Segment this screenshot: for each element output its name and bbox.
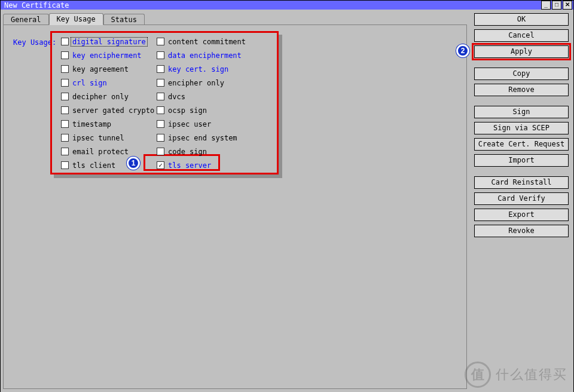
sign-via-scep-button[interactable]: Sign via SCEP: [474, 122, 569, 134]
row-server-gated-crypto: server gated crypto ocsp sign: [61, 103, 276, 117]
create-cert-request-button[interactable]: Create Cert. Request: [474, 138, 569, 151]
key-usage-label: Key Usage:: [13, 38, 56, 47]
label-code-sign: code sign: [168, 148, 207, 156]
row-decipher-only: decipher only dvcs: [61, 90, 276, 103]
label-ocsp-sign: ocsp sign: [168, 106, 207, 115]
window-root: New Certificate _ □ ✕ General Key Usage …: [0, 0, 574, 392]
tab-key-usage[interactable]: Key Usage: [49, 13, 103, 25]
checkbox-decipher-only[interactable]: [61, 93, 69, 100]
card-verify-button[interactable]: Card Verify: [474, 192, 569, 205]
tab-content: Key Usage: 1 digital signature: [3, 24, 467, 389]
checkbox-key-agreement[interactable]: [61, 65, 69, 73]
titlebar: New Certificate _ □ ✕: [1, 1, 573, 10]
window-controls: _ □ ✕: [541, 1, 572, 10]
main-panel: General Key Usage Status Key Usage: 1: [1, 10, 471, 392]
label-ipsec-tunnel: ipsec tunnel: [72, 134, 124, 142]
checkbox-email-protect[interactable]: [61, 148, 69, 155]
row-crl-sign: crl sign encipher only: [61, 76, 276, 90]
row-tls-client: tls client tls server: [61, 158, 276, 172]
row-email-protect: email protect code sign: [61, 145, 276, 158]
minimize-icon[interactable]: _: [541, 1, 551, 10]
checkbox-dvcs[interactable]: [157, 93, 164, 100]
label-decipher-only: decipher only: [72, 93, 129, 101]
checkbox-crl-sign[interactable]: [61, 79, 69, 87]
label-data-encipherment: data encipherment: [168, 51, 242, 60]
checkbox-grid: digital signature content commitment key…: [61, 35, 276, 172]
label-server-gated-crypto: server gated crypto: [72, 106, 154, 115]
label-crl-sign: crl sign: [72, 79, 107, 87]
cancel-button[interactable]: Cancel: [474, 29, 569, 42]
checkbox-code-sign[interactable]: [157, 148, 164, 155]
checkbox-key-cert-sign[interactable]: [157, 65, 164, 73]
copy-button[interactable]: Copy: [474, 68, 569, 80]
checkbox-content-commitment[interactable]: [157, 38, 164, 45]
checkbox-server-gated-crypto[interactable]: [61, 106, 69, 114]
row-key-encipherment: key encipherment data encipherment: [61, 48, 276, 62]
import-button[interactable]: Import: [474, 154, 569, 167]
revoke-button[interactable]: Revoke: [474, 225, 569, 237]
label-key-encipherment: key encipherment: [72, 51, 142, 60]
checkbox-key-encipherment[interactable]: [61, 51, 69, 59]
checkbox-ipsec-user[interactable]: [157, 120, 164, 128]
tabs-row: General Key Usage Status: [3, 13, 467, 25]
label-email-protect: email protect: [72, 148, 129, 156]
checkbox-tls-client[interactable]: [61, 161, 69, 169]
apply-button-wrap: Apply 2: [474, 45, 569, 58]
ok-button[interactable]: OK: [474, 13, 569, 26]
checkbox-ipsec-end-system[interactable]: [157, 134, 164, 142]
label-content-commitment: content commitment: [168, 38, 246, 46]
row-key-agreement: key agreement key cert. sign: [61, 62, 276, 76]
label-digital-signature: digital signature: [71, 37, 148, 47]
callout-2: 2: [456, 44, 469, 57]
export-button[interactable]: Export: [474, 209, 569, 221]
label-dvcs: dvcs: [168, 93, 185, 101]
button-column: OK Cancel Apply 2 Copy Remove Sign Sign …: [471, 10, 573, 392]
label-ipsec-end-system: ipsec end system: [168, 134, 237, 142]
label-tls-client: tls client: [72, 161, 115, 170]
checkbox-data-encipherment[interactable]: [157, 51, 164, 59]
checkbox-encipher-only[interactable]: [157, 79, 164, 87]
row-timestamp: timestamp ipsec user: [61, 117, 276, 131]
spacer: [474, 100, 569, 102]
body-area: General Key Usage Status Key Usage: 1: [1, 10, 573, 392]
checkbox-timestamp[interactable]: [61, 120, 69, 128]
row-ipsec-tunnel: ipsec tunnel ipsec end system: [61, 131, 276, 145]
spacer: [474, 62, 569, 64]
window-title: New Certificate: [2, 1, 69, 10]
card-reinstall-button[interactable]: Card Reinstall: [474, 176, 569, 189]
label-tls-server: tls server: [168, 161, 211, 170]
close-icon[interactable]: ✕: [563, 1, 572, 10]
remove-button[interactable]: Remove: [474, 84, 569, 96]
apply-button[interactable]: Apply: [474, 45, 569, 58]
sign-button[interactable]: Sign: [474, 106, 569, 118]
checkbox-ipsec-tunnel[interactable]: [61, 134, 69, 142]
label-ipsec-user: ipsec user: [168, 120, 211, 128]
checkbox-digital-signature[interactable]: [61, 38, 69, 45]
tab-status[interactable]: Status: [103, 14, 145, 25]
label-encipher-only: encipher only: [168, 79, 224, 87]
checkbox-ocsp-sign[interactable]: [157, 106, 164, 114]
label-key-agreement: key agreement: [72, 65, 129, 74]
label-timestamp: timestamp: [72, 120, 111, 128]
spacer: [474, 170, 569, 173]
checkbox-tls-server[interactable]: [157, 161, 164, 169]
row-digital-signature: digital signature content commitment: [61, 35, 276, 48]
tab-general[interactable]: General: [3, 14, 49, 25]
label-key-cert-sign: key cert. sign: [168, 65, 228, 74]
maximize-icon[interactable]: □: [552, 1, 561, 10]
